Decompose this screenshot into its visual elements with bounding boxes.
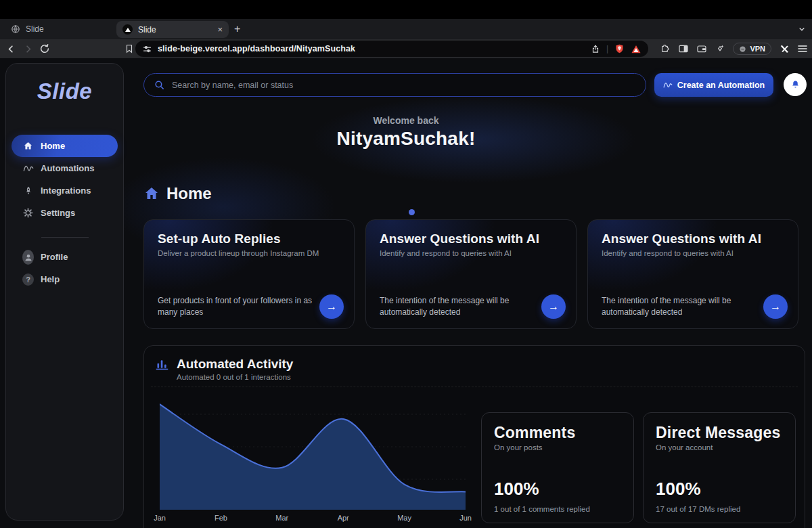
sidebar-item-settings[interactable]: Settings <box>6 202 123 224</box>
tab-search-chevron-icon[interactable] <box>797 24 807 34</box>
card-title: Answer Questions with AI <box>380 232 562 246</box>
toolbar-x-icon[interactable] <box>779 43 790 54</box>
search-bar[interactable] <box>143 73 646 97</box>
sidebar-item-label: Profile <box>41 252 68 262</box>
card-title: Answer Questions with AI <box>602 232 784 246</box>
card-description: The intention of the message will be aut… <box>380 295 541 319</box>
background-tab-title: Slide <box>26 24 44 34</box>
address-bar[interactable]: slide-beige.vercel.app/dashboard/NityamS… <box>135 41 648 57</box>
card-arrow-button[interactable]: → <box>541 294 566 319</box>
stat-title: Comments <box>494 424 621 442</box>
sidebar-item-label: Settings <box>41 208 75 218</box>
carousel-dot[interactable] <box>409 209 415 215</box>
section-heading: Home <box>143 184 212 203</box>
create-automation-label: Create an Automation <box>677 81 765 90</box>
close-tab-icon[interactable]: × <box>217 25 223 34</box>
wallet-icon[interactable] <box>696 43 707 54</box>
search-input[interactable] <box>172 81 636 90</box>
promo-card-answer-ai-1[interactable]: Answer Questions with AI Identify and re… <box>365 219 577 329</box>
card-arrow-button[interactable]: → <box>763 294 788 319</box>
gear-icon <box>22 208 34 218</box>
search-icon <box>154 79 165 91</box>
sidebar-item-integrations[interactable]: Integrations <box>6 179 123 202</box>
site-favicon-icon <box>122 24 133 35</box>
chart-area-fill <box>160 404 466 510</box>
rocket-icon <box>22 185 34 196</box>
welcome-block: Welcome back NityamSuchak! <box>0 115 812 150</box>
direct-messages-stat-card: Direct Messages On your account 100% 17 … <box>643 412 796 523</box>
sidebar-item-profile[interactable]: Profile <box>6 246 123 268</box>
background-tab[interactable]: Slide <box>7 22 48 36</box>
browser-tabstrip: Slide Slide × + <box>0 19 812 39</box>
notifications-button[interactable] <box>784 73 807 96</box>
help-icon: ? <box>22 273 34 286</box>
sidebar-divider <box>41 237 89 238</box>
new-tab-button[interactable]: + <box>234 24 240 35</box>
brave-shield-icon[interactable] <box>614 43 625 54</box>
promo-cards-row: Set-up Auto Replies Deliver a product li… <box>143 219 798 329</box>
dashboard-page: Slide Home Automations <box>0 58 812 528</box>
automations-icon <box>22 164 34 173</box>
reload-icon[interactable] <box>39 43 50 54</box>
card-subtitle: Identify and respond to queries with AI <box>380 249 562 257</box>
comments-stat-card: Comments On your posts 100% 1 out of 1 c… <box>481 412 634 523</box>
stat-caption: 1 out of 1 comments replied <box>494 505 590 513</box>
stat-caption: 17 out of 17 DMs replied <box>656 505 740 513</box>
section-title: Home <box>166 184 212 203</box>
card-title: Set-up Auto Replies <box>158 232 340 246</box>
leo-ai-icon[interactable] <box>715 43 725 54</box>
address-divider: | <box>606 44 608 53</box>
vpn-button[interactable]: VPN <box>733 43 771 55</box>
welcome-username: NityamSuchak! <box>0 128 812 150</box>
card-arrow-button[interactable]: → <box>319 294 344 319</box>
card-subtitle: Identify and respond to queries with AI <box>602 249 784 257</box>
axis-label: Feb <box>215 514 227 522</box>
sidebar-item-label: Help <box>41 274 60 284</box>
bar-chart-icon <box>155 357 169 371</box>
sidebar-panel-icon[interactable] <box>678 43 689 54</box>
axis-label: Jun <box>459 514 472 522</box>
activity-subtitle: Automated 0 out of 1 interactions <box>177 373 293 381</box>
bell-icon <box>790 79 800 90</box>
stat-title: Direct Messages <box>656 424 783 442</box>
active-tab-title: Slide <box>138 25 156 35</box>
sidebar-item-help[interactable]: ? Help <box>6 268 123 290</box>
axis-label: Jan <box>154 514 166 522</box>
sidebar-item-label: Automations <box>41 163 94 173</box>
card-description: Get products in front of your followers … <box>158 295 319 319</box>
promo-card-answer-ai-2[interactable]: Answer Questions with AI Identify and re… <box>587 219 798 329</box>
create-automation-button[interactable]: Create an Automation <box>654 73 773 97</box>
forward-icon[interactable] <box>22 43 34 55</box>
stat-subtitle: On your posts <box>494 443 621 452</box>
axis-label: May <box>397 514 411 522</box>
screen: Slide Slide × + slide-beige. <box>0 0 812 528</box>
site-settings-icon[interactable] <box>142 44 152 54</box>
axis-label: Apr <box>338 514 349 522</box>
sidebar-item-automations[interactable]: Automations <box>6 157 123 179</box>
sidebar-item-label: Integrations <box>41 185 91 196</box>
automated-activity-card: Automated Activity Automated 0 out of 1 … <box>143 345 805 528</box>
home-section-icon <box>143 185 160 202</box>
promo-card-auto-replies[interactable]: Set-up Auto Replies Deliver a product li… <box>143 219 355 329</box>
window-titlebar <box>0 0 812 19</box>
share-icon[interactable] <box>591 44 600 54</box>
card-description: The intention of the message will be aut… <box>602 295 763 319</box>
stat-value: 100% <box>656 479 701 500</box>
active-tab[interactable]: Slide × <box>116 21 229 38</box>
profile-avatar <box>22 250 34 265</box>
extensions-icon[interactable] <box>660 43 671 54</box>
chart-x-axis: JanFebMarAprMayJun <box>160 514 466 523</box>
globe-icon <box>11 24 20 34</box>
automation-wave-icon <box>663 81 673 89</box>
back-icon[interactable] <box>5 43 17 55</box>
bookmark-icon[interactable] <box>125 43 134 54</box>
browser-toolbar: slide-beige.vercel.app/dashboard/NityamS… <box>0 39 812 58</box>
brave-rewards-icon[interactable] <box>631 44 641 54</box>
activity-chart <box>160 400 466 510</box>
axis-label: Mar <box>275 514 288 522</box>
menu-icon[interactable] <box>797 44 808 53</box>
welcome-text: Welcome back <box>0 115 812 126</box>
app-logo: Slide <box>6 79 123 104</box>
url-text[interactable]: slide-beige.vercel.app/dashboard/NityamS… <box>158 44 355 53</box>
stat-subtitle: On your account <box>656 443 783 452</box>
